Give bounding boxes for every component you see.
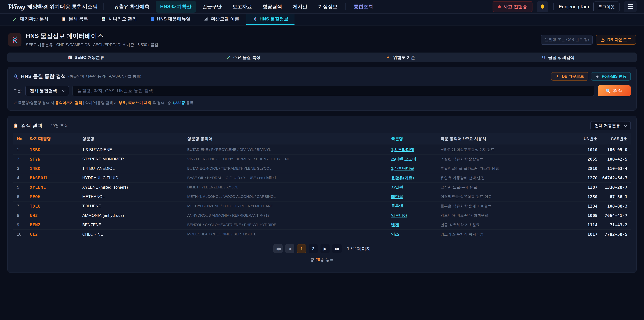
substance-code: BASEOIL bbox=[28, 173, 80, 183]
tab-dispersion-analysis[interactable]: 대기확산 분석 bbox=[7, 14, 54, 25]
incident-badge-label: 사고 진행중 bbox=[503, 4, 527, 10]
results-table-body: 1 13BD 1,3-BUTADIENE BUTADIENE / PYRROYL… bbox=[13, 145, 631, 239]
chart-icon bbox=[101, 17, 106, 21]
substance-name-ko-link[interactable]: 1,3-부타디엔 bbox=[391, 147, 414, 152]
total-registered: 총 20종 등록 bbox=[13, 257, 631, 267]
substance-name-ko-link[interactable]: 암모니아 bbox=[391, 213, 407, 218]
table-row[interactable]: 1 13BD 1,3-BUTADIENE BUTADIENE / PYRROYL… bbox=[13, 145, 631, 155]
pagination-prev-button[interactable]: ◀ bbox=[285, 244, 294, 253]
tab-analysis-list[interactable]: 분석 목록 bbox=[56, 14, 94, 25]
category-tab-detail-search[interactable]: 물질 상세검색 bbox=[479, 53, 636, 62]
clipboard-icon bbox=[62, 17, 66, 21]
pagination-page-2[interactable]: 2 bbox=[309, 244, 318, 253]
topbar: Wing 해양환경 위기대응 통합시스템 유출유 확산예측 HNS·대기확산 긴… bbox=[0, 0, 644, 14]
portmis-link-button[interactable]: Port-MIS 연동 bbox=[591, 72, 631, 81]
nav-item-oil-spill[interactable]: 유출유 확산예측 bbox=[110, 1, 154, 13]
category-tab-bar: SEBC 거동분류 주요 물질 특성 위험도 기준 물질 상세검색 bbox=[8, 53, 636, 62]
column-header-cas: CAS번호 bbox=[600, 133, 631, 145]
search-icon bbox=[606, 88, 610, 93]
column-header-code: 약자/제품명 bbox=[28, 133, 80, 145]
table-row[interactable]: 2 STYN STYRENE MONOMER VINYLBENZENE / ET… bbox=[13, 154, 631, 164]
substance-synonyms-ko: 크실렌·도료·용제 원료 bbox=[438, 183, 571, 192]
substance-name-en: AMMONIA (anhydrous) bbox=[80, 211, 185, 220]
nav-item-reports[interactable]: 보고자료 bbox=[228, 1, 256, 13]
search-panel-note: (화물약어·제품명·동의어·CAS·UN번호 통합) bbox=[68, 74, 141, 79]
substance-synonyms-ko: 암모니아·비료·냉매·화학원료 bbox=[438, 211, 571, 220]
pagination-info: 1 / 2 페이지 bbox=[347, 246, 371, 252]
substance-name-ko-cell: 스티렌 모노머 bbox=[389, 154, 438, 164]
page-header: HNS 물질정보 데이터베이스 SEBC 거동분류 · CHRIS/CAMEO … bbox=[8, 32, 636, 48]
nav-item-weather[interactable]: 기상정보 bbox=[314, 1, 342, 13]
unified-search-input[interactable] bbox=[72, 86, 594, 96]
tab-hns-manual[interactable]: HNS 대응매뉴얼 bbox=[144, 14, 197, 25]
un-number: 2055 bbox=[571, 154, 600, 164]
substance-name-ko-link[interactable]: 벤젠 bbox=[391, 222, 399, 227]
category-tab-risk[interactable]: 위험도 기준 bbox=[322, 53, 479, 62]
pagination-next-button[interactable]: ▶ bbox=[320, 244, 330, 253]
db-download-button[interactable]: DB 다운로드 bbox=[551, 72, 588, 81]
nav-item-board[interactable]: 게시판 bbox=[288, 1, 312, 13]
nav-item-hns-dispersion[interactable]: HNS·대기확산 bbox=[156, 1, 196, 13]
substance-code: STYN bbox=[28, 154, 80, 164]
table-row[interactable]: 5 XYLENE XYLENE (mixed isomers) DIMETHYL… bbox=[13, 183, 631, 192]
nav-item-integrated-lookup[interactable]: 통합조회 bbox=[349, 1, 378, 13]
page-header-text: HNS 물질정보 데이터베이스 SEBC 거동분류 · CHRIS/CAMEO … bbox=[26, 32, 158, 48]
divider bbox=[104, 3, 104, 11]
substance-name-en: STYRENE MONOMER bbox=[80, 154, 185, 164]
main-nav: 유출유 확산예측 HNS·대기확산 긴급구난 보고자료 항공탐색 게시판 기상정… bbox=[110, 1, 378, 13]
behavior-class-filter-select[interactable]: 전체 거동분류 bbox=[590, 121, 631, 130]
wing-logo-icon: Wing bbox=[8, 3, 25, 11]
notifications-button[interactable] bbox=[537, 1, 548, 13]
search-button[interactable]: 검색 bbox=[598, 85, 631, 96]
substance-name-ko-link[interactable]: 스티렌 모노머 bbox=[391, 157, 416, 161]
user-name: Eunjeong Kim bbox=[559, 4, 589, 10]
substance-code: 14BD bbox=[28, 164, 80, 173]
substance-name-ko-link[interactable]: 톨루엔 bbox=[391, 204, 403, 208]
nav-item-rescue[interactable]: 긴급구난 bbox=[198, 1, 226, 13]
category-tab-sebc[interactable]: SEBC 거동분류 bbox=[8, 53, 165, 62]
table-row[interactable]: 9 BENZ BENZENE BENZOL / CYCLOHEXATRIENE … bbox=[13, 220, 631, 229]
column-header-syn-en: 영문명 동의어 bbox=[185, 133, 389, 145]
divider bbox=[553, 3, 554, 11]
pagination-first-button[interactable]: ◀◀ bbox=[273, 244, 282, 253]
db-download-button[interactable]: DB 다운로드 bbox=[596, 35, 636, 45]
nav-item-aerial-search[interactable]: 항공탐색 bbox=[258, 1, 286, 13]
tab-hns-substance-info[interactable]: HNS 물질정보 bbox=[246, 14, 295, 25]
table-row[interactable]: 8 NH3 AMMONIA (anhydrous) ANHYDROUS AMMO… bbox=[13, 211, 631, 220]
substance-synonyms-ko: 유압유·가동장비·선박 엔진 bbox=[438, 173, 571, 183]
book-icon bbox=[150, 17, 155, 21]
app-logo[interactable]: Wing 해양환경 위기대응 통합시스템 bbox=[8, 3, 98, 11]
last-page-icon: ▶▶ bbox=[334, 246, 339, 251]
tab-scenario-management[interactable]: 시나리오 관리 bbox=[95, 14, 143, 25]
incident-status-badge[interactable]: 사고 진행중 bbox=[492, 1, 533, 12]
substance-name-ko-link[interactable]: 메탄올 bbox=[391, 194, 403, 199]
table-row[interactable]: 6 MEOH METHANOL METHYL ALCOHOL / WOOD AL… bbox=[13, 192, 631, 201]
cas-number: 7782-50-5 bbox=[600, 229, 631, 239]
incident-dot-icon bbox=[498, 5, 501, 8]
column-header-name-ko: 국문명 bbox=[389, 133, 438, 145]
table-row[interactable]: 10 CL2 CHLORINE MOLECULAR CHLORINE / BER… bbox=[13, 229, 631, 239]
table-row[interactable]: 7 TOLU TOLUENE METHYLBENZENE / TOLUOL / … bbox=[13, 201, 631, 211]
tab-dispersion-model-theory[interactable]: 확산모델 이론 bbox=[198, 14, 245, 25]
cas-number: 108-88-3 bbox=[600, 201, 631, 211]
logout-button[interactable]: 로그아웃 bbox=[593, 2, 620, 12]
substance-code: NH3 bbox=[28, 211, 80, 220]
substance-code: MEOH bbox=[28, 192, 80, 201]
substance-name-ko-link[interactable]: 자일렌 bbox=[391, 185, 403, 189]
substance-name-ko-link[interactable]: 염소 bbox=[391, 232, 399, 236]
substance-name-ko-cell: 1,4-부탄디올 bbox=[389, 164, 438, 173]
category-tab-properties[interactable]: 주요 물질 특성 bbox=[165, 53, 322, 62]
search-hint: ※ 국문명/영문명 검색 시 동의어까지 검색 | 약자/제품명 검색 시 부호… bbox=[13, 100, 631, 105]
search-category-select[interactable]: 전체 통합검색 bbox=[25, 86, 69, 96]
ruler-icon bbox=[204, 17, 208, 21]
substance-name-en: XYLENE (mixed isomers) bbox=[80, 183, 185, 192]
table-row[interactable]: 3 14BD 1,4-BUTANEDIOL BUTANE-1,4-DIOL / … bbox=[13, 164, 631, 173]
substance-name-ko-link[interactable]: 윤활유(기유) bbox=[391, 176, 414, 180]
substance-name-ko-link[interactable]: 1,4-부탄디올 bbox=[391, 166, 414, 171]
hamburger-menu-button[interactable] bbox=[624, 1, 636, 13]
results-header: 검색 결과 — 20건 조회 전체 거동분류 bbox=[13, 121, 631, 130]
pagination-last-button[interactable]: ▶▶ bbox=[332, 244, 342, 253]
quick-search-input[interactable] bbox=[541, 35, 593, 45]
pagination-page-1[interactable]: 1 bbox=[297, 244, 306, 253]
table-row[interactable]: 4 BASEOIL HYDRAULIC FLUID BASE OIL / HYD… bbox=[13, 173, 631, 183]
